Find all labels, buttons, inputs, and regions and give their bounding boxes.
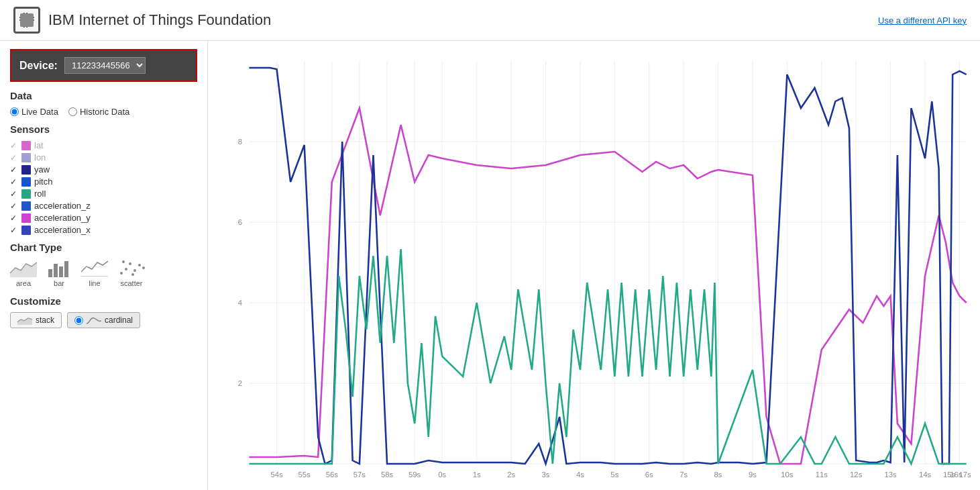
svg-text:3s: 3s [542, 471, 550, 479]
sensor-check-pitch: ✓ [10, 177, 18, 187]
svg-rect-12 [54, 264, 58, 277]
sensors-section-title: Sensors [10, 124, 197, 135]
sensor-item-acc-x[interactable]: ✓ acceleration_x [10, 225, 197, 235]
sensor-check-acc-x: ✓ [10, 226, 18, 235]
sensor-item-yaw[interactable]: ✓ yaw [10, 164, 197, 175]
sensor-color-acc-z [21, 201, 31, 211]
bar-chart-icon [47, 258, 71, 277]
svg-rect-8 [23, 25, 25, 28]
svg-text:11s: 11s [816, 471, 828, 479]
svg-point-17 [120, 272, 123, 275]
sensor-check-yaw: ✓ [10, 165, 18, 175]
sensor-color-acc-x [21, 226, 31, 235]
svg-text:8: 8 [238, 138, 242, 146]
sensor-item-lat: ✓ lat [10, 140, 197, 150]
dark-blue-line [249, 68, 966, 464]
sensor-item-acc-y[interactable]: ✓ acceleration_y [10, 213, 197, 223]
sensor-item-roll[interactable]: ✓ roll [10, 189, 197, 199]
sensor-item-lon: ✓ lon [10, 152, 197, 162]
svg-point-23 [122, 260, 125, 263]
main-chart: .grid-line { stroke: #e0e0e0; stroke-wid… [215, 48, 973, 484]
sensor-name-acc-y: acceleration_y [34, 213, 91, 223]
sensor-color-roll [21, 189, 31, 199]
data-mode-row: Live Data Historic Data [10, 107, 197, 117]
chart-type-area[interactable]: area [10, 258, 37, 287]
svg-marker-10 [10, 262, 37, 277]
line-label: line [89, 279, 100, 287]
device-box: Device: 112233445566 [10, 49, 197, 82]
chart-area: .grid-line { stroke: #e0e0e0; stroke-wid… [208, 41, 980, 490]
svg-point-20 [133, 269, 136, 272]
area-label: area [16, 279, 31, 287]
svg-text:2: 2 [238, 379, 242, 387]
svg-text:57s: 57s [353, 471, 366, 479]
stack-label: stack [36, 315, 54, 325]
chart-type-scatter[interactable]: scatter [118, 258, 145, 287]
sensor-name-acc-x: acceleration_x [34, 225, 91, 235]
sensor-check-acc-y: ✓ [10, 213, 18, 223]
area-chart-icon [10, 258, 37, 277]
header: IBM Internet of Things Foundation Use a … [0, 0, 980, 41]
device-label: Device: [19, 60, 58, 72]
svg-text:9s: 9s [749, 471, 757, 479]
chip-icon [13, 7, 40, 34]
sensor-item-acc-z[interactable]: ✓ acceleration_z [10, 201, 197, 211]
sensor-color-lon [21, 153, 31, 162]
svg-text:17s: 17s [959, 471, 972, 479]
sensor-check-lon: ✓ [10, 153, 18, 162]
svg-text:13s: 13s [885, 471, 897, 479]
svg-text:59s: 59s [409, 471, 421, 479]
sensor-name-lon: lon [34, 152, 46, 162]
main-layout: Device: 112233445566 Data Live Data Hist… [0, 41, 980, 490]
svg-text:56s: 56s [326, 471, 339, 479]
sensor-color-lat [21, 141, 31, 150]
historic-data-radio[interactable]: Historic Data [68, 107, 129, 117]
chart-type-bar[interactable]: bar [47, 258, 71, 287]
customize-row: stack cardinal [10, 312, 197, 328]
sidebar: Device: 112233445566 Data Live Data Hist… [0, 41, 208, 490]
svg-point-22 [142, 266, 145, 269]
cardinal-icon [87, 315, 101, 325]
svg-point-24 [131, 273, 134, 276]
svg-point-21 [138, 264, 141, 266]
svg-text:5s: 5s [610, 471, 618, 479]
sensor-name-acc-z: acceleration_z [34, 201, 91, 211]
page-title: IBM Internet of Things Foundation [48, 11, 271, 29]
svg-rect-2 [19, 17, 22, 18]
cardinal-toggle[interactable]: cardinal [67, 312, 140, 328]
sensor-color-yaw [21, 165, 31, 175]
sensor-check-lat: ✓ [10, 141, 18, 150]
svg-rect-15 [81, 276, 108, 277]
magenta-line [249, 108, 966, 464]
sensor-name-yaw: yaw [34, 164, 50, 175]
line-chart-icon [81, 258, 108, 277]
svg-rect-5 [32, 19, 34, 21]
svg-rect-6 [23, 13, 25, 15]
chart-type-title: Chart Type [10, 242, 197, 253]
teal-line [249, 249, 966, 464]
svg-rect-4 [32, 17, 34, 18]
svg-text:14s: 14s [919, 471, 932, 479]
live-data-radio[interactable]: Live Data [10, 107, 58, 117]
stack-toggle[interactable]: stack [10, 312, 62, 328]
device-select[interactable]: 112233445566 [64, 57, 146, 74]
api-key-link[interactable]: Use a different API key [878, 15, 967, 26]
svg-rect-14 [64, 261, 68, 277]
customize-section: Customize stack cardinal [10, 295, 197, 328]
svg-point-18 [125, 268, 127, 271]
svg-point-19 [129, 262, 131, 265]
sensor-name-lat: lat [34, 140, 44, 150]
svg-rect-13 [59, 266, 63, 277]
sensor-name-roll: roll [34, 189, 46, 199]
sensor-color-pitch [21, 177, 31, 187]
svg-text:2s: 2s [507, 471, 515, 479]
svg-text:0s: 0s [438, 471, 446, 479]
sensor-item-pitch[interactable]: ✓ pitch [10, 177, 197, 187]
svg-text:12s: 12s [850, 471, 863, 479]
svg-text:6: 6 [238, 218, 242, 226]
svg-marker-25 [17, 318, 32, 325]
svg-text:4: 4 [238, 299, 242, 307]
chart-type-line[interactable]: line [81, 258, 108, 287]
svg-rect-16 [81, 266, 108, 267]
chart-type-section: Chart Type area [10, 242, 197, 287]
